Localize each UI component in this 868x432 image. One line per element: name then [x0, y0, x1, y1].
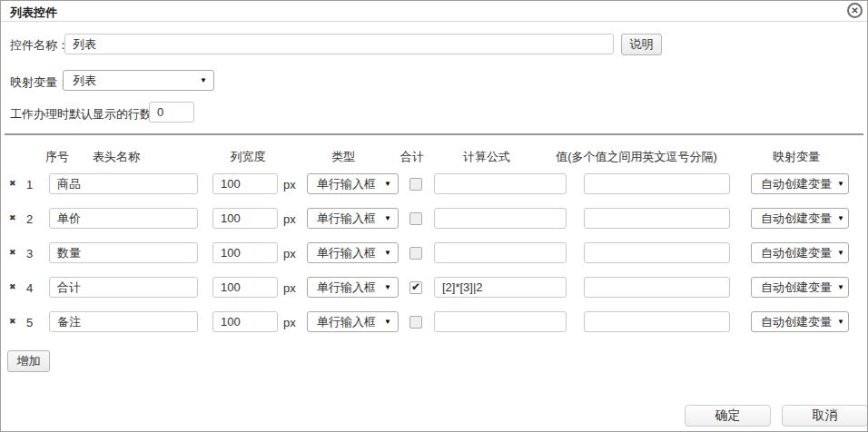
row-mapping-select[interactable]: 自动创建变量 ▼ [751, 208, 849, 229]
header-name-input[interactable] [49, 311, 198, 332]
column-width-input[interactable] [212, 277, 278, 298]
dialog-title: 列表控件 [10, 5, 57, 21]
table-row: ✖ 5 px 单行输入框 ▼ 自动创建变量 ▼ [1, 311, 868, 334]
chevron-down-icon: ▼ [837, 283, 844, 291]
header-formula: 计算公式 [463, 149, 510, 165]
close-button[interactable]: ✕ [847, 3, 863, 18]
chevron-down-icon: ▼ [384, 318, 391, 326]
row-mapping-value: 自动创建变量 [761, 314, 832, 330]
values-input[interactable] [584, 277, 730, 298]
type-select-value: 单行输入框 [317, 245, 376, 261]
values-input[interactable] [584, 208, 730, 229]
px-unit-label: px [283, 281, 296, 295]
header-name: 表头名称 [93, 149, 140, 165]
row-mapping-value: 自动创建变量 [761, 245, 832, 261]
column-width-input[interactable] [212, 208, 278, 229]
row-mapping-select[interactable]: 自动创建变量 ▼ [751, 173, 849, 194]
row-mapping-value: 自动创建变量 [761, 176, 832, 192]
mapping-variable-label: 映射变量： [10, 74, 69, 91]
header-name-input[interactable] [49, 277, 198, 298]
row-index: 4 [26, 281, 33, 295]
list-control-dialog: 列表控件 ✕ 控件名称： 说明 映射变量： 列表 ▼ 工作办理时默认显示的行数：… [0, 0, 868, 432]
table-row: ✖ 4 px 单行输入框 ▼ 自动创建变量 ▼ [1, 277, 868, 299]
header-name-input[interactable] [49, 208, 198, 229]
header-mapping: 映射变量 [773, 149, 820, 165]
chevron-down-icon: ▼ [837, 318, 844, 326]
sum-checkbox[interactable] [409, 281, 422, 294]
table-row: ✖ 3 px 单行输入框 ▼ 自动创建变量 ▼ [1, 242, 868, 265]
description-button[interactable]: 说明 [621, 34, 662, 55]
delete-row-icon[interactable]: ✖ [9, 283, 16, 291]
sum-checkbox[interactable] [409, 316, 422, 329]
row-index: 5 [26, 316, 33, 329]
row-mapping-select[interactable]: 自动创建变量 ▼ [751, 242, 849, 263]
add-row-button[interactable]: 增加 [7, 350, 50, 372]
header-index: 序号 [45, 149, 69, 165]
values-input[interactable] [584, 173, 730, 194]
ok-button[interactable]: 确定 [685, 405, 771, 427]
type-select[interactable]: 单行输入框 ▼ [307, 242, 399, 263]
row-mapping-select[interactable]: 自动创建变量 ▼ [751, 311, 849, 332]
default-rows-input[interactable] [149, 102, 194, 123]
table-row: ✖ 1 px 单行输入框 ▼ 自动创建变量 ▼ [1, 173, 868, 196]
control-name-input[interactable] [64, 34, 614, 54]
row-mapping-value: 自动创建变量 [761, 211, 832, 227]
mapping-variable-select[interactable]: 列表 ▼ [63, 70, 214, 91]
add-row-button-label: 增加 [17, 353, 41, 369]
sum-checkbox[interactable] [409, 247, 422, 260]
column-width-input[interactable] [212, 173, 278, 194]
type-select-value: 单行输入框 [317, 280, 376, 296]
type-select[interactable]: 单行输入框 ▼ [307, 277, 399, 298]
cancel-button-label: 取消 [813, 407, 838, 424]
px-unit-label: px [283, 178, 296, 191]
close-icon: ✕ [851, 6, 858, 15]
chevron-down-icon: ▼ [384, 283, 391, 291]
chevron-down-icon: ▼ [384, 180, 391, 188]
header-name-input[interactable] [49, 242, 198, 263]
formula-input[interactable] [434, 277, 567, 298]
column-width-input[interactable] [212, 311, 278, 332]
cancel-button[interactable]: 取消 [782, 405, 868, 427]
title-separator [1, 21, 867, 22]
ok-button-label: 确定 [715, 407, 741, 424]
delete-row-icon[interactable]: ✖ [9, 180, 16, 188]
chevron-down-icon: ▼ [837, 249, 844, 257]
formula-input[interactable] [434, 173, 567, 194]
column-width-input[interactable] [212, 242, 278, 263]
formula-input[interactable] [434, 208, 567, 229]
header-type: 类型 [331, 149, 355, 165]
header-name-input[interactable] [49, 173, 198, 194]
px-unit-label: px [283, 212, 296, 226]
chevron-down-icon: ▼ [837, 180, 844, 188]
formula-input[interactable] [434, 311, 567, 332]
values-input[interactable] [584, 311, 730, 332]
values-input[interactable] [584, 242, 730, 263]
type-select[interactable]: 单行输入框 ▼ [307, 311, 399, 332]
header-values: 值(多个值之间用英文逗号分隔) [556, 149, 717, 165]
row-index: 1 [26, 178, 33, 191]
row-mapping-value: 自动创建变量 [761, 280, 832, 296]
row-index: 3 [26, 247, 33, 260]
mapping-variable-value: 列表 [73, 73, 96, 89]
default-rows-label: 工作办理时默认显示的行数： [10, 106, 163, 123]
px-unit-label: px [283, 247, 296, 260]
header-sum: 合计 [400, 149, 424, 165]
px-unit-label: px [283, 316, 296, 329]
delete-row-icon[interactable]: ✖ [9, 249, 16, 257]
row-mapping-select[interactable]: 自动创建变量 ▼ [751, 277, 849, 298]
chevron-down-icon: ▼ [837, 214, 844, 222]
type-select[interactable]: 单行输入框 ▼ [307, 208, 399, 229]
type-select-value: 单行输入框 [317, 211, 376, 227]
delete-row-icon[interactable]: ✖ [9, 214, 16, 222]
description-button-label: 说明 [630, 36, 654, 53]
chevron-down-icon: ▼ [200, 76, 207, 84]
sum-checkbox[interactable] [409, 178, 422, 191]
type-select-value: 单行输入框 [317, 176, 376, 192]
table-row: ✖ 2 px 单行输入框 ▼ 自动创建变量 ▼ [1, 208, 868, 231]
sum-checkbox[interactable] [409, 212, 422, 225]
type-select-value: 单行输入框 [317, 314, 376, 330]
delete-row-icon[interactable]: ✖ [9, 318, 16, 326]
type-select[interactable]: 单行输入框 ▼ [307, 173, 399, 194]
formula-input[interactable] [434, 242, 567, 263]
control-name-label: 控件名称： [10, 37, 69, 54]
